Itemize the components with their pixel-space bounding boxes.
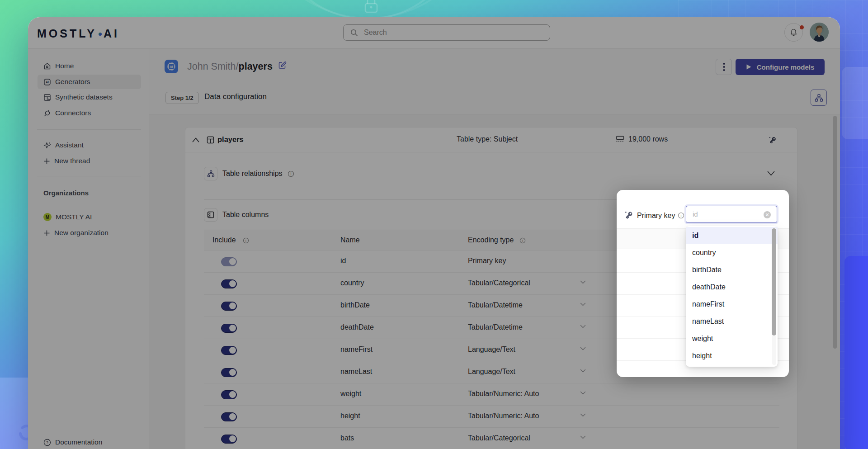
svg-text:i: i	[681, 213, 682, 218]
